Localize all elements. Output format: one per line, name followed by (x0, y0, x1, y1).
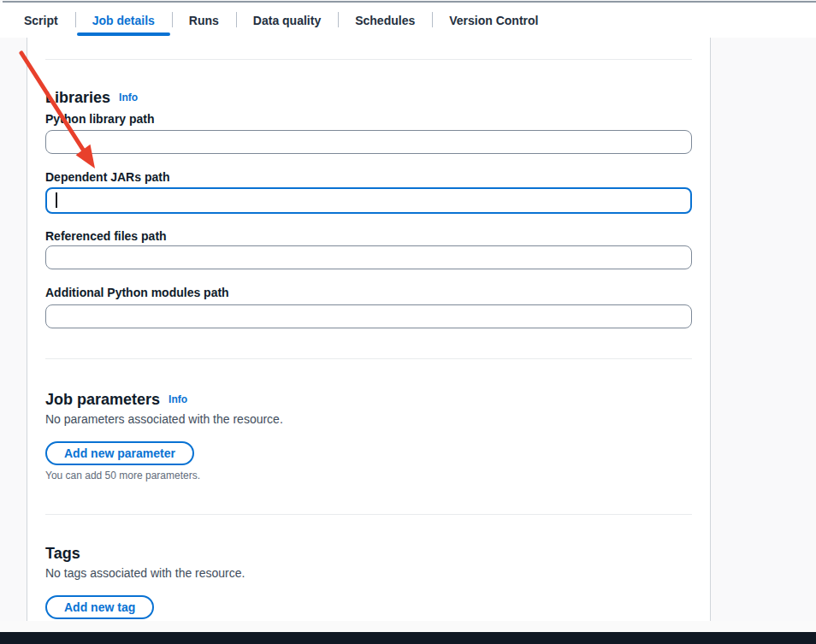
section-divider (45, 59, 692, 60)
job-parameters-empty-text: No parameters associated with the resour… (45, 411, 283, 427)
add-new-tag-button[interactable]: Add new tag (45, 595, 154, 619)
job-parameters-helper-text: You can add 50 more parameters. (45, 470, 200, 482)
job-parameters-heading: Job parametersInfo (45, 390, 187, 411)
libraries-info-link[interactable]: Info (119, 92, 138, 103)
additional-python-modules-path-input[interactable] (45, 304, 692, 328)
libraries-heading: LibrariesInfo (45, 88, 138, 109)
console-bottom-bar (0, 632, 816, 644)
section-divider (45, 358, 692, 359)
section-divider (45, 514, 692, 515)
referenced-files-path-input[interactable] (45, 245, 692, 269)
referenced-files-path-label: Referenced files path (45, 228, 167, 244)
tab-version-control[interactable]: Version Control (432, 3, 555, 38)
tags-heading: Tags (45, 544, 80, 563)
dependent-jars-path-input-wrap (45, 187, 692, 214)
python-library-path-label: Python library path (45, 111, 155, 127)
job-tabbar: Script Job details Runs Data quality Sch… (0, 3, 816, 38)
tab-runs[interactable]: Runs (172, 3, 236, 38)
libraries-title-text: Libraries (45, 89, 110, 106)
tab-data-quality[interactable]: Data quality (236, 3, 338, 38)
job-details-panel: LibrariesInfo Python library path Depend… (27, 38, 711, 621)
tags-empty-text: No tags associated with the resource. (45, 565, 245, 581)
tab-schedules[interactable]: Schedules (338, 3, 432, 38)
python-library-path-input[interactable] (45, 130, 692, 154)
dependent-jars-path-input[interactable] (45, 187, 692, 214)
footer-strip (0, 621, 816, 632)
tab-script[interactable]: Script (7, 3, 75, 38)
additional-python-modules-path-label: Additional Python modules path (45, 285, 229, 300)
tags-title-text: Tags (45, 545, 80, 562)
add-new-parameter-button[interactable]: Add new parameter (45, 441, 194, 465)
dependent-jars-path-label: Dependent JARs path (45, 169, 169, 185)
job-parameters-info-link[interactable]: Info (169, 393, 187, 405)
job-parameters-title-text: Job parameters (45, 391, 160, 408)
tab-job-details[interactable]: Job details (75, 3, 172, 38)
text-cursor (56, 192, 57, 208)
